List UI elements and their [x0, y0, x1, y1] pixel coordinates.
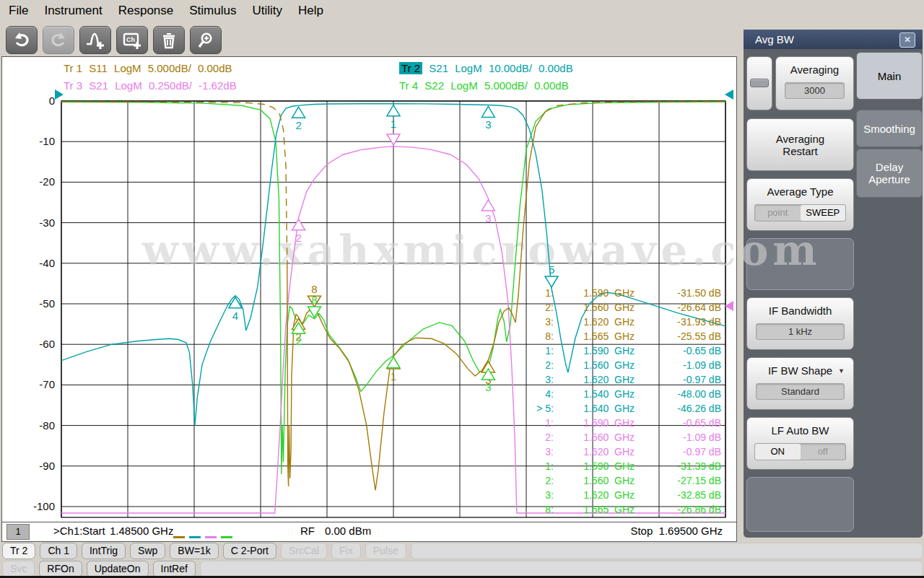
ifbw-shape-button[interactable]: IF BW Shape ▼ Standard	[746, 357, 854, 410]
trace2-scale: 10.00dB/	[489, 62, 532, 74]
marker-readout-row: 2:1.560 GHz-27.15 dB	[529, 473, 721, 488]
trace3-param: S21	[89, 79, 108, 92]
menu-item-file[interactable]: File	[9, 4, 28, 18]
marker-readout-row: 4:1.540 GHz-48.00 dB	[529, 387, 721, 401]
averaging-restart-button[interactable]: Averaging Restart	[746, 118, 854, 171]
start-label[interactable]: Start	[82, 525, 105, 537]
trace1-scale: 5.000dB/	[148, 62, 191, 74]
trace4-name: Tr 4	[399, 79, 418, 92]
y-tick--50: -50	[19, 297, 55, 310]
averaging-value[interactable]: 3000	[785, 82, 845, 99]
status-badge-swp[interactable]: Swp	[130, 543, 165, 559]
stop-frequency-group[interactable]: Stop 1.69500 GHz	[623, 525, 723, 537]
legend-trace-1[interactable]: Tr 1 S11 LogM 5.000dB/ 0.00dB	[64, 62, 236, 74]
trace2-name-active: Tr 2	[399, 62, 422, 74]
averaging-indicator-icon	[750, 79, 769, 87]
average-type-button[interactable]: Average Type point SWEEP	[746, 178, 854, 231]
stop-frequency: 1.69500 GHz	[659, 525, 723, 537]
lf-auto-bw-toggle[interactable]: ON off	[754, 443, 846, 460]
marker-readout-row: 2:1.560 GHz-26.64 dB	[529, 300, 721, 315]
trace4-param: S22	[424, 79, 444, 92]
y-tick--100: -100	[19, 500, 55, 512]
menu-item-stimulus[interactable]: Stimulus	[189, 4, 236, 18]
status-badge-intref[interactable]: IntRef	[153, 561, 196, 577]
status-badge-updateon[interactable]: UpdateOn	[87, 561, 149, 577]
status-badge-pulse: Pulse	[365, 543, 406, 559]
trace4-scale: 5.000dB/	[484, 79, 528, 92]
rf-power[interactable]: 0.00 dBm	[325, 525, 371, 537]
marker-readout-row: 8:1.565 GHz-25.55 dB	[529, 329, 721, 343]
delete-button[interactable]	[153, 26, 185, 54]
legend-trace-2[interactable]: Tr 2 S21 LogM 10.00dB/ 0.00dB	[399, 62, 577, 74]
lf-auto-bw-off[interactable]: off	[801, 444, 846, 460]
if-bandwidth-value[interactable]: 1 kHz	[756, 323, 845, 340]
status-badge-spacer	[411, 543, 923, 559]
trace2-format: LogM	[455, 62, 482, 74]
add-channel-button[interactable]: Ch	[116, 26, 148, 54]
marker-readout-row: > 5:1.640 GHz-46.26 dB	[529, 401, 721, 416]
panel-title: Avg BW	[755, 33, 794, 45]
tab-main[interactable]: Main	[856, 52, 923, 100]
marker-readout-row: 8:1.565 GHz-26.86 dB	[529, 502, 721, 517]
status-badge-bw=1k[interactable]: BW=1k	[170, 543, 219, 559]
zoom-in-button[interactable]	[190, 26, 222, 54]
averaging-label: Averaging	[776, 64, 853, 76]
lf-auto-bw-label: LF Auto BW	[747, 424, 853, 437]
menu-bar: FileInstrumentResponseStimulusUtilityHel…	[0, 0, 924, 22]
status-badge-inttrig[interactable]: IntTrig	[82, 543, 126, 559]
menu-item-response[interactable]: Response	[118, 4, 174, 18]
legend-trace-3[interactable]: Tr 3 S21 LogM 0.250dB/ -1.62dB	[64, 79, 240, 92]
average-type-point[interactable]: point	[755, 205, 801, 221]
status-bar-2: SvcRFOnUpdateOnIntRef	[0, 561, 924, 577]
add-trace-button[interactable]	[79, 26, 111, 54]
status-badge-c-2-port[interactable]: C 2-Port	[223, 543, 276, 559]
lf-auto-bw-button[interactable]: LF Auto BW ON off	[746, 417, 854, 470]
zoom-in-icon	[196, 32, 215, 49]
status-badge-fix: Fix	[331, 543, 361, 559]
trace3-format: LogM	[115, 79, 142, 92]
if-bandwidth-label: IF Bandwidth	[747, 305, 853, 317]
chevron-down-icon: ▼	[838, 367, 845, 375]
undo-button[interactable]	[6, 26, 38, 54]
average-type-toggle[interactable]: point SWEEP	[754, 204, 846, 222]
menu-item-instrument[interactable]: Instrument	[44, 4, 102, 18]
averaging-button[interactable]: Averaging 3000	[775, 56, 854, 110]
menu-item-help[interactable]: Help	[298, 4, 323, 18]
trace-key-dash	[205, 536, 217, 538]
trace-key-dash	[189, 536, 201, 538]
blank-button-2	[746, 477, 854, 532]
status-badge-rfon[interactable]: RFOn	[39, 561, 82, 577]
marker-readout-row: 3:1.620 GHz-0.97 dB	[529, 445, 721, 459]
tab-delay-aperture-label: Delay Aperture	[860, 161, 918, 185]
trace-key-dash	[221, 536, 232, 538]
legend-trace-4[interactable]: Tr 4 S22 LogM 5.000dB/ 0.00dB	[399, 79, 572, 92]
ifbw-shape-value[interactable]: Standard	[756, 383, 845, 400]
trace3-name: Tr 3	[64, 79, 82, 92]
avg-bw-panel: Avg BW ✕ Averaging 3000 Averaging Restar…	[744, 30, 923, 538]
y-tick-0: 0	[19, 95, 55, 107]
channel-number-badge[interactable]: 1	[6, 524, 30, 540]
status-badge-tr-2[interactable]: Tr 2	[2, 543, 35, 559]
marker-readout-table: 1:1.590 GHz-31.50 dB2:1.560 GHz-26.64 dB…	[529, 286, 721, 517]
trace-key-dash	[173, 536, 185, 538]
status-badge-ch-1[interactable]: Ch 1	[40, 543, 77, 559]
marker-readout-row: 2:1.560 GHz-1.09 dB	[529, 358, 721, 372]
tab-delay-aperture[interactable]: Delay Aperture	[856, 149, 923, 198]
add-trace-icon	[85, 31, 105, 50]
stop-label: Stop	[630, 525, 653, 537]
close-icon[interactable]: ✕	[899, 32, 915, 48]
marker-readout-row: 2:1.560 GHz-1.09 dB	[529, 430, 721, 445]
tab-smoothing[interactable]: Smoothing	[856, 110, 923, 147]
y-tick--30: -30	[19, 216, 55, 229]
average-type-sweep[interactable]: SWEEP	[801, 205, 846, 221]
y-tick--80: -80	[19, 419, 55, 432]
if-bandwidth-button[interactable]: IF Bandwidth 1 kHz	[746, 297, 854, 350]
menu-item-utility[interactable]: Utility	[252, 4, 282, 18]
toolbar: Ch	[6, 26, 222, 54]
lf-auto-bw-on[interactable]: ON	[755, 444, 801, 460]
add-channel-icon: Ch	[122, 31, 142, 50]
panel-title-bar[interactable]: Avg BW ✕	[744, 30, 923, 49]
start-frequency[interactable]: 1.48500 GHz	[110, 525, 173, 537]
averaging-toggle-button[interactable]	[746, 56, 772, 110]
redo-button	[43, 26, 74, 54]
